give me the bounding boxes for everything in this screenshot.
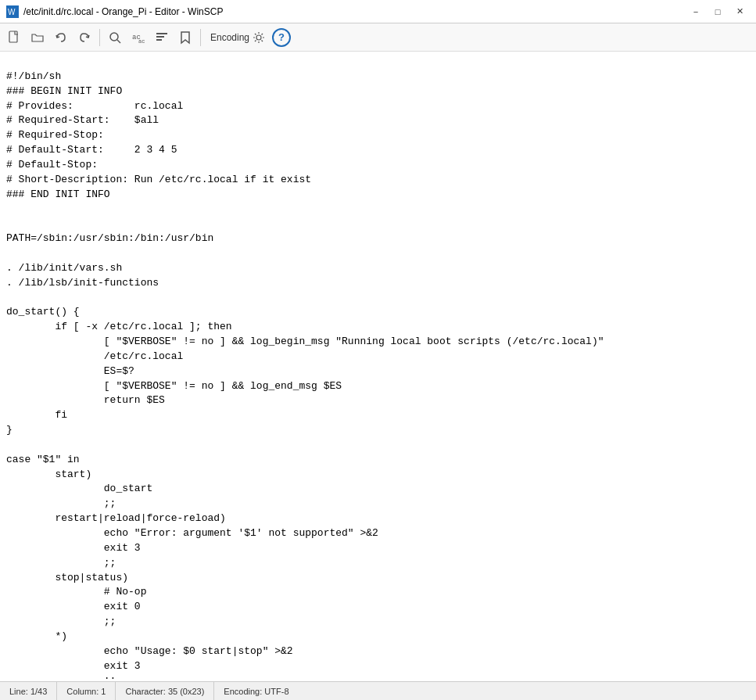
redo-icon: [77, 31, 91, 45]
find-replace-button[interactable]: ac ac: [127, 27, 149, 48]
find-next-button[interactable]: [151, 27, 173, 48]
svg-rect-7: [156, 33, 167, 34]
encoding-settings-icon: [253, 31, 265, 44]
svg-line-19: [255, 40, 256, 41]
editor-area[interactable]: #!/bin/sh ### BEGIN INIT INFO # Provides…: [0, 52, 756, 681]
svg-rect-8: [156, 36, 164, 38]
find-next-icon: [155, 31, 169, 45]
winscp-icon: W: [6, 5, 19, 18]
redo-button[interactable]: [73, 27, 95, 48]
find-icon: [108, 31, 122, 45]
svg-point-11: [256, 35, 261, 40]
undo-icon: [54, 31, 68, 45]
toolbar-separator-1: [99, 29, 100, 46]
toolbar-separator-2: [200, 29, 201, 46]
help-icon: ?: [278, 31, 285, 43]
maximize-button[interactable]: □: [708, 4, 728, 20]
bookmark-button[interactable]: [174, 27, 196, 48]
svg-rect-2: [9, 31, 17, 42]
svg-line-16: [255, 34, 256, 35]
svg-rect-9: [156, 39, 162, 41]
title-text: W /etc/init.d/rc.local - Orange_Pi - Edi…: [6, 5, 223, 18]
status-character: Character: 35 (0x23): [116, 682, 214, 700]
svg-text:ac: ac: [138, 38, 145, 45]
svg-text:W: W: [8, 8, 16, 16]
svg-line-17: [262, 40, 263, 41]
help-button[interactable]: ?: [272, 28, 291, 47]
encoding-label: Encoding: [210, 32, 249, 43]
undo-button[interactable]: [50, 27, 72, 48]
toolbar: ac ac Encoding ?: [0, 23, 756, 52]
status-encoding: Encoding: UTF-8: [214, 682, 298, 700]
find-button[interactable]: [104, 27, 126, 48]
status-bar: Line: 1/43 Column: 1 Character: 35 (0x23…: [0, 681, 756, 700]
new-file-button[interactable]: [3, 27, 25, 48]
minimize-button[interactable]: −: [686, 4, 706, 20]
status-column: Column: 1: [57, 682, 116, 700]
open-folder-icon: [30, 31, 45, 45]
close-button[interactable]: ✕: [729, 4, 750, 20]
svg-line-18: [262, 34, 263, 35]
new-file-icon: [7, 31, 21, 45]
encoding-button[interactable]: Encoding: [205, 27, 271, 48]
bookmark-icon: [178, 31, 192, 45]
window-controls: − □ ✕: [686, 4, 750, 20]
svg-line-4: [117, 40, 120, 43]
find-replace-icon: ac ac: [131, 31, 145, 45]
title-bar: W /etc/init.d/rc.local - Orange_Pi - Edi…: [0, 0, 756, 23]
svg-point-3: [110, 33, 118, 41]
editor-content: #!/bin/sh ### BEGIN INIT INFO # Provides…: [6, 70, 604, 681]
svg-marker-10: [181, 32, 189, 43]
status-line: Line: 1/43: [0, 682, 57, 700]
open-file-button[interactable]: [27, 27, 48, 48]
window-title: /etc/init.d/rc.local - Orange_Pi - Edito…: [23, 6, 223, 17]
